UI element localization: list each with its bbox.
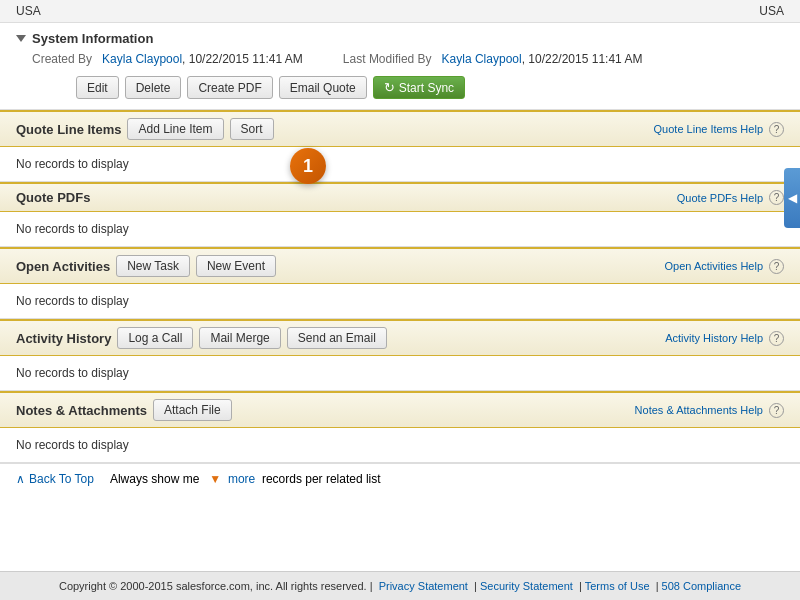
log-call-button[interactable]: Log a Call [117, 327, 193, 349]
edit-button[interactable]: Edit [76, 76, 119, 99]
quote-line-items-help-link[interactable]: Quote Line Items Help [654, 123, 763, 135]
quote-line-items-help-icon[interactable]: ? [769, 122, 784, 137]
open-activities-help-icon[interactable]: ? [769, 259, 784, 274]
collapse-arrow-icon: ◀ [788, 191, 797, 205]
quote-pdfs-help-link[interactable]: Quote PDFs Help [677, 192, 763, 204]
notes-attachments-left: Notes & Attachments Attach File [16, 399, 232, 421]
open-activities-help-link[interactable]: Open Activities Help [665, 260, 763, 272]
security-statement-link[interactable]: Security Statement [480, 580, 573, 592]
quote-line-items-left: Quote Line Items Add Line Item Sort [16, 118, 274, 140]
always-show-text: Always show me ▼ more records per relate… [110, 472, 381, 486]
notes-attachments-title: Notes & Attachments [16, 403, 147, 418]
back-to-top-arrow: ∧ [16, 472, 25, 486]
activity-history-no-records: No records to display [16, 366, 129, 380]
quote-line-items-header: Quote Line Items Add Line Item Sort Quot… [0, 110, 800, 147]
open-activities-no-records: No records to display [16, 294, 129, 308]
sort-button[interactable]: Sort [230, 118, 274, 140]
dropdown-arrow: ▼ [209, 472, 221, 486]
open-activities-title: Open Activities [16, 259, 110, 274]
activity-history-left: Activity History Log a Call Mail Merge S… [16, 327, 387, 349]
new-task-button[interactable]: New Task [116, 255, 190, 277]
notes-attachments-help-link[interactable]: Notes & Attachments Help [635, 404, 763, 416]
start-sync-label: Start Sync [399, 81, 454, 95]
modified-label: Last Modified By [343, 52, 432, 66]
top-right-value: USA [759, 4, 784, 18]
records-per-label: records per related list [262, 472, 381, 486]
create-pdf-button[interactable]: Create PDF [187, 76, 272, 99]
mail-merge-button[interactable]: Mail Merge [199, 327, 280, 349]
open-activities-left: Open Activities New Task New Event [16, 255, 276, 277]
activity-history-help-link[interactable]: Activity History Help [665, 332, 763, 344]
quote-line-items-no-records: No records to display [16, 157, 129, 171]
tour-bubble[interactable]: 1 [290, 148, 326, 184]
quote-line-items-section: Quote Line Items Add Line Item Sort Quot… [0, 110, 800, 182]
system-information-section: System Information Created By Kayla Clay… [0, 23, 800, 110]
always-show-label: Always show me [110, 472, 199, 486]
open-activities-body: No records to display [0, 284, 800, 318]
start-sync-button[interactable]: ↻ Start Sync [373, 76, 465, 99]
open-activities-right: Open Activities Help ? [665, 259, 784, 274]
quote-line-items-title: Quote Line Items [16, 122, 121, 137]
notes-attachments-help-icon[interactable]: ? [769, 403, 784, 418]
top-bar: USA USA [0, 0, 800, 23]
quote-line-items-body: No records to display [0, 147, 800, 181]
notes-attachments-header: Notes & Attachments Attach File Notes & … [0, 391, 800, 428]
created-label: Created By [32, 52, 92, 66]
activity-history-section: Activity History Log a Call Mail Merge S… [0, 319, 800, 391]
tour-number: 1 [303, 156, 313, 177]
sync-icon: ↻ [384, 80, 395, 95]
modified-user-link[interactable]: Kayla Claypool [442, 52, 522, 66]
quote-line-items-right: Quote Line Items Help ? [654, 122, 784, 137]
activity-history-help-icon[interactable]: ? [769, 331, 784, 346]
quote-pdfs-section: Quote PDFs Quote PDFs Help ? No records … [0, 182, 800, 247]
quote-pdfs-help-icon[interactable]: ? [769, 190, 784, 205]
open-activities-header: Open Activities New Task New Event Open … [0, 247, 800, 284]
modified-date: , 10/22/2015 11:41 AM [522, 52, 643, 66]
privacy-statement-link[interactable]: Privacy Statement [379, 580, 468, 592]
activity-history-right: Activity History Help ? [665, 331, 784, 346]
open-activities-section: Open Activities New Task New Event Open … [0, 247, 800, 319]
notes-attachments-body: No records to display [0, 428, 800, 462]
created-date: , 10/22/2015 11:41 AM [182, 52, 303, 66]
top-left-value: USA [16, 4, 41, 18]
action-buttons: Edit Delete Create PDF Email Quote ↻ Sta… [76, 76, 784, 99]
508-compliance-link[interactable]: 508 Compliance [662, 580, 742, 592]
notes-attachments-no-records: No records to display [16, 438, 129, 452]
quote-pdfs-title: Quote PDFs [16, 190, 90, 205]
quote-pdfs-left: Quote PDFs [16, 190, 90, 205]
notes-attachments-section: Notes & Attachments Attach File Notes & … [0, 391, 800, 463]
quote-pdfs-header: Quote PDFs Quote PDFs Help ? [0, 182, 800, 212]
delete-button[interactable]: Delete [125, 76, 182, 99]
created-user-link[interactable]: Kayla Claypool [102, 52, 182, 66]
send-email-button[interactable]: Send an Email [287, 327, 387, 349]
activity-history-body: No records to display [0, 356, 800, 390]
more-link[interactable]: more [228, 472, 255, 486]
collapse-triangle-icon[interactable] [16, 35, 26, 42]
back-to-top-label: Back To Top [29, 472, 94, 486]
quote-pdfs-no-records: No records to display [16, 222, 129, 236]
created-row: Created By Kayla Claypool, 10/22/2015 11… [32, 52, 784, 66]
quote-pdfs-right: Quote PDFs Help ? [677, 190, 784, 205]
bottom-footer: Copyright © 2000-2015 salesforce.com, in… [0, 571, 800, 600]
system-info-header: System Information [16, 31, 784, 46]
notes-attachments-right: Notes & Attachments Help ? [635, 403, 784, 418]
footer-bar: ∧ Back To Top Always show me ▼ more reco… [0, 463, 800, 494]
side-collapse-button[interactable]: ◀ [784, 168, 800, 228]
system-info-title: System Information [32, 31, 153, 46]
main-content: Quote Line Items Add Line Item Sort Quot… [0, 110, 800, 600]
copyright-text: Copyright © 2000-2015 salesforce.com, in… [59, 580, 373, 592]
back-to-top-link[interactable]: ∧ Back To Top [16, 472, 94, 486]
quote-pdfs-body: No records to display [0, 212, 800, 246]
new-event-button[interactable]: New Event [196, 255, 276, 277]
activity-history-header: Activity History Log a Call Mail Merge S… [0, 319, 800, 356]
add-line-item-button[interactable]: Add Line Item [127, 118, 223, 140]
terms-of-use-link[interactable]: Terms of Use [585, 580, 650, 592]
activity-history-title: Activity History [16, 331, 111, 346]
email-quote-button[interactable]: Email Quote [279, 76, 367, 99]
attach-file-button[interactable]: Attach File [153, 399, 232, 421]
